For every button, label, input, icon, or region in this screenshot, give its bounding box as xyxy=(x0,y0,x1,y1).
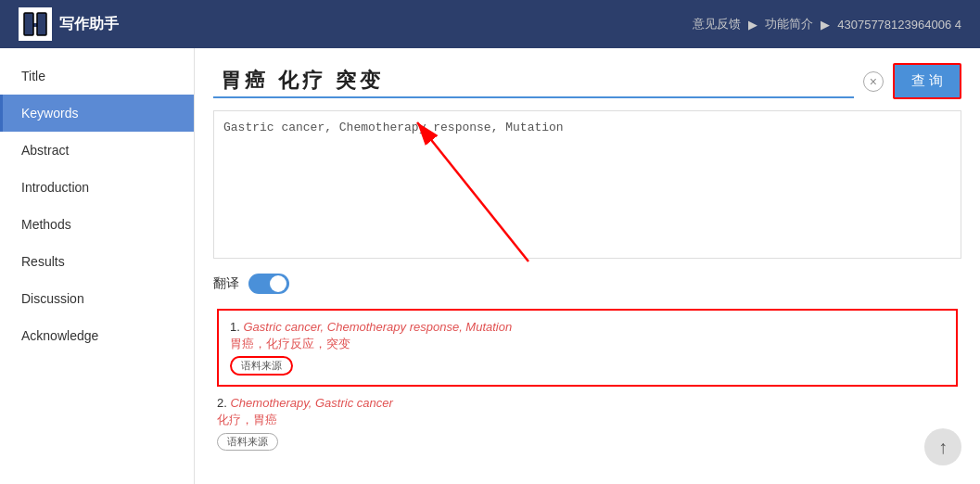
feedback-link[interactable]: 意见反馈 xyxy=(693,16,741,32)
sidebar-item-title[interactable]: Title xyxy=(0,57,194,95)
result-number-1: 1. Gastric cancer, Chemotherapy response… xyxy=(230,320,945,334)
title-input[interactable] xyxy=(213,65,854,98)
sidebar-item-abstract[interactable]: Abstract xyxy=(0,132,194,169)
scroll-up-button[interactable]: ↑ xyxy=(924,428,961,465)
translate-toggle[interactable] xyxy=(248,274,289,294)
result-chinese-1: 胃癌，化疗反应，突变 xyxy=(230,336,945,352)
query-button[interactable]: 查 询 xyxy=(893,63,961,99)
results-list: 1. Gastric cancer, Chemotherapy response… xyxy=(213,309,961,451)
header-nav: 意见反馈 ▶ 功能简介 ▶ 43075778123964006 4 xyxy=(693,16,961,32)
logo-text: 写作助手 xyxy=(59,15,119,34)
user-id: 43075778123964006 4 xyxy=(837,18,961,32)
intro-link[interactable]: 功能简介 xyxy=(765,16,813,32)
result-english-2: Chemotherapy, Gastric cancer xyxy=(230,396,392,410)
result-item-1: 1. Gastric cancer, Chemotherapy response… xyxy=(217,309,958,387)
translate-label: 翻译 xyxy=(213,275,239,292)
svg-rect-2 xyxy=(24,23,46,27)
toggle-knob xyxy=(270,275,286,292)
result-item-2: 2. Chemotherapy, Gastric cancer 化疗，胃癌 语料… xyxy=(217,396,958,451)
sidebar-item-keywords[interactable]: Keywords xyxy=(0,95,194,132)
keywords-textarea[interactable]: Gastric cancer, Chemotherapy response, M… xyxy=(213,110,961,259)
result-english-1: Gastric cancer, Chemotherapy response, M… xyxy=(243,320,512,334)
main-layout: Title Keywords Abstract Introduction Met… xyxy=(0,48,980,484)
result-chinese-2: 化疗，胃癌 xyxy=(217,412,958,428)
sidebar: Title Keywords Abstract Introduction Met… xyxy=(0,48,195,484)
translate-row: 翻译 xyxy=(213,274,961,294)
header: 写作助手 意见反馈 ▶ 功能简介 ▶ 43075778123964006 4 xyxy=(0,0,980,48)
clear-button[interactable]: × xyxy=(863,71,884,92)
logo: 写作助手 xyxy=(19,7,119,41)
nav-arrow-2: ▶ xyxy=(821,18,830,32)
source-tag-2[interactable]: 语料来源 xyxy=(217,433,278,451)
sidebar-item-introduction[interactable]: Introduction xyxy=(0,169,194,206)
title-row: × 查 询 xyxy=(213,63,961,99)
logo-icon xyxy=(19,7,52,41)
sidebar-item-acknowledge[interactable]: Acknowledge xyxy=(0,317,194,354)
content-area: × 查 询 Gastric cancer, Chemotherapy respo… xyxy=(195,48,980,484)
sidebar-item-methods[interactable]: Methods xyxy=(0,206,194,243)
source-tag-1[interactable]: 语料来源 xyxy=(230,356,293,376)
sidebar-item-discussion[interactable]: Discussion xyxy=(0,280,194,317)
result-number-2: 2. Chemotherapy, Gastric cancer xyxy=(217,396,958,410)
sidebar-item-results[interactable]: Results xyxy=(0,243,194,280)
nav-arrow-1: ▶ xyxy=(748,18,757,32)
